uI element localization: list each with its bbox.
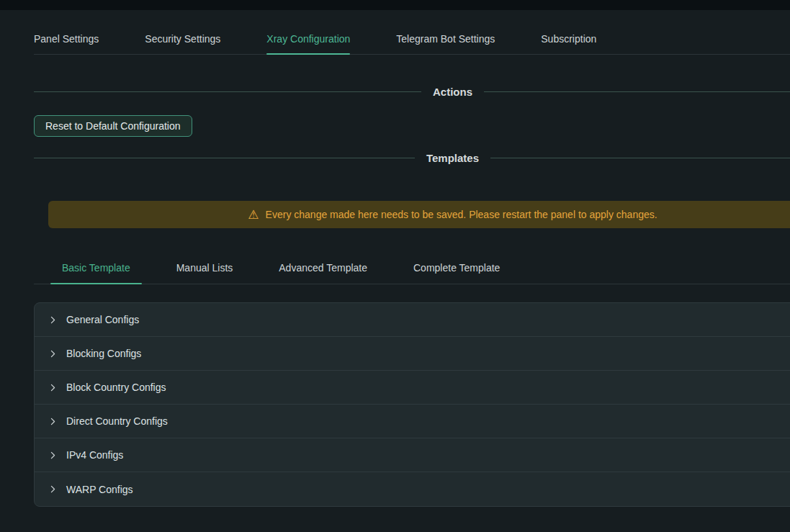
warning-text: Every change made here needs to be saved… (266, 209, 657, 220)
tab-subscription[interactable]: Subscription (541, 29, 596, 54)
collapse-label: WARP Configs (66, 484, 133, 495)
chevron-right-icon (49, 384, 57, 392)
warning-triangle-icon: ⚠ (248, 209, 259, 221)
tab-telegram-bot-settings[interactable]: Telegram Bot Settings (396, 29, 495, 54)
tab-complete-template[interactable]: Complete Template (402, 256, 511, 284)
tab-manual-lists[interactable]: Manual Lists (165, 256, 245, 284)
templates-section-divider: Templates (34, 152, 790, 164)
actions-section-title: Actions (421, 86, 484, 98)
collapse-header-general-configs[interactable]: General Configs (35, 303, 790, 337)
template-tab-bar: Basic Template Manual Lists Advanced Tem… (34, 256, 790, 284)
settings-tab-bar: Panel Settings Security Settings Xray Co… (34, 29, 790, 55)
collapse-label: Blocking Configs (66, 348, 141, 359)
tab-security-settings[interactable]: Security Settings (145, 29, 220, 54)
chevron-right-icon (49, 316, 57, 324)
restart-warning-banner: ⚠ Every change made here needs to be sav… (48, 201, 790, 228)
collapse-label: Block Country Configs (66, 382, 166, 393)
tab-xray-configuration[interactable]: Xray Configuration (266, 29, 350, 54)
actions-button-row: Reset to Default Configuration (34, 115, 790, 137)
collapse-header-blocking-configs[interactable]: Blocking Configs (35, 337, 790, 371)
templates-section-title: Templates (415, 152, 490, 164)
collapse-label: General Configs (66, 314, 139, 325)
actions-section-divider: Actions (34, 86, 790, 98)
chevron-right-icon (49, 418, 57, 425)
chevron-right-icon (49, 350, 57, 358)
top-window-strip (0, 0, 790, 10)
collapse-header-block-country-configs[interactable]: Block Country Configs (35, 371, 790, 405)
chevron-right-icon (49, 451, 57, 459)
config-collapse-list: General Configs Blocking Configs Block C… (34, 302, 790, 507)
collapse-header-direct-country-configs[interactable]: Direct Country Configs (35, 405, 790, 438)
settings-page: Panel Settings Security Settings Xray Co… (34, 29, 790, 507)
tab-basic-template[interactable]: Basic Template (50, 256, 142, 284)
chevron-right-icon (49, 485, 57, 493)
collapse-header-warp-configs[interactable]: WARP Configs (35, 472, 790, 506)
collapse-header-ipv4-configs[interactable]: IPv4 Configs (35, 438, 790, 472)
collapse-label: IPv4 Configs (66, 449, 123, 461)
tab-advanced-template[interactable]: Advanced Template (267, 256, 379, 284)
reset-to-default-button[interactable]: Reset to Default Configuration (34, 115, 192, 137)
tab-panel-settings[interactable]: Panel Settings (34, 29, 99, 54)
collapse-label: Direct Country Configs (66, 415, 168, 427)
